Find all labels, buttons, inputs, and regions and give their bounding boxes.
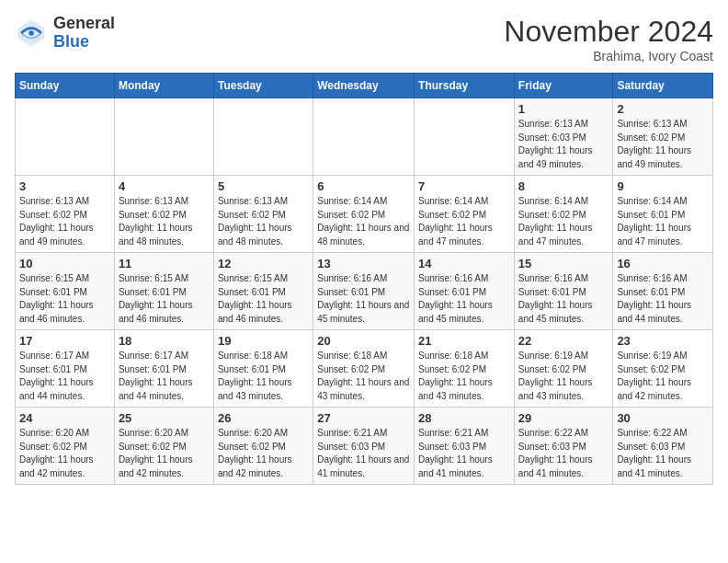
logo-text: General Blue bbox=[53, 15, 115, 52]
day-number: 25 bbox=[119, 411, 210, 425]
day-info: Sunrise: 6:20 AM Sunset: 6:02 PM Dayligh… bbox=[119, 427, 210, 480]
day-number: 20 bbox=[317, 334, 410, 348]
calendar-cell: 2Sunrise: 6:13 AM Sunset: 6:02 PM Daylig… bbox=[613, 98, 713, 176]
day-number: 14 bbox=[418, 257, 510, 270]
calendar-table: SundayMondayTuesdayWednesdayThursdayFrid… bbox=[15, 73, 713, 485]
week-row: 17Sunrise: 6:17 AM Sunset: 6:01 PM Dayli… bbox=[16, 330, 713, 408]
header-cell-monday: Monday bbox=[114, 74, 213, 98]
day-info: Sunrise: 6:13 AM Sunset: 6:02 PM Dayligh… bbox=[617, 118, 709, 171]
header-cell-saturday: Saturday bbox=[613, 74, 713, 98]
day-number: 2 bbox=[617, 102, 709, 116]
calendar-cell: 19Sunrise: 6:18 AM Sunset: 6:01 PM Dayli… bbox=[213, 330, 313, 408]
day-number: 6 bbox=[317, 179, 410, 193]
calendar-cell bbox=[415, 98, 515, 176]
day-info: Sunrise: 6:15 AM Sunset: 6:01 PM Dayligh… bbox=[19, 272, 110, 326]
calendar-cell: 3Sunrise: 6:13 AM Sunset: 6:02 PM Daylig… bbox=[16, 176, 115, 253]
calendar-cell: 24Sunrise: 6:20 AM Sunset: 6:02 PM Dayli… bbox=[16, 408, 115, 485]
day-number: 19 bbox=[218, 334, 309, 348]
calendar-cell: 28Sunrise: 6:21 AM Sunset: 6:03 PM Dayli… bbox=[415, 408, 515, 485]
day-info: Sunrise: 6:21 AM Sunset: 6:03 PM Dayligh… bbox=[317, 427, 410, 480]
day-info: Sunrise: 6:17 AM Sunset: 6:01 PM Dayligh… bbox=[19, 350, 110, 403]
logo-icon bbox=[15, 17, 48, 50]
day-number: 18 bbox=[119, 334, 210, 348]
day-number: 21 bbox=[418, 334, 510, 348]
location-subtitle: Brahima, Ivory Coast bbox=[504, 49, 713, 63]
svg-point-1 bbox=[28, 30, 33, 35]
calendar-cell: 30Sunrise: 6:22 AM Sunset: 6:03 PM Dayli… bbox=[613, 408, 713, 485]
logo: General Blue bbox=[15, 15, 115, 52]
day-info: Sunrise: 6:14 AM Sunset: 6:01 PM Dayligh… bbox=[617, 195, 709, 248]
header-cell-wednesday: Wednesday bbox=[313, 74, 415, 98]
day-info: Sunrise: 6:20 AM Sunset: 6:02 PM Dayligh… bbox=[218, 427, 309, 480]
day-number: 9 bbox=[617, 179, 709, 193]
day-info: Sunrise: 6:22 AM Sunset: 6:03 PM Dayligh… bbox=[518, 427, 609, 480]
calendar-cell: 6Sunrise: 6:14 AM Sunset: 6:02 PM Daylig… bbox=[313, 176, 415, 253]
day-number: 3 bbox=[19, 179, 110, 193]
calendar-cell bbox=[313, 98, 415, 176]
calendar-cell: 12Sunrise: 6:15 AM Sunset: 6:01 PM Dayli… bbox=[213, 253, 313, 330]
day-number: 8 bbox=[518, 179, 609, 193]
day-info: Sunrise: 6:17 AM Sunset: 6:01 PM Dayligh… bbox=[119, 350, 210, 403]
month-title: November 2024 bbox=[504, 15, 713, 49]
calendar-cell: 11Sunrise: 6:15 AM Sunset: 6:01 PM Dayli… bbox=[114, 253, 213, 330]
day-number: 28 bbox=[418, 411, 510, 425]
calendar-cell: 7Sunrise: 6:14 AM Sunset: 6:02 PM Daylig… bbox=[415, 176, 515, 253]
calendar-cell: 23Sunrise: 6:19 AM Sunset: 6:02 PM Dayli… bbox=[613, 330, 713, 408]
day-info: Sunrise: 6:14 AM Sunset: 6:02 PM Dayligh… bbox=[518, 195, 609, 248]
day-number: 10 bbox=[19, 257, 110, 270]
calendar-cell: 16Sunrise: 6:16 AM Sunset: 6:01 PM Dayli… bbox=[613, 253, 713, 330]
week-row: 10Sunrise: 6:15 AM Sunset: 6:01 PM Dayli… bbox=[16, 253, 713, 330]
calendar-cell: 4Sunrise: 6:13 AM Sunset: 6:02 PM Daylig… bbox=[114, 176, 213, 253]
title-block: November 2024 Brahima, Ivory Coast bbox=[504, 15, 713, 63]
day-number: 13 bbox=[317, 257, 410, 270]
day-info: Sunrise: 6:20 AM Sunset: 6:02 PM Dayligh… bbox=[19, 427, 110, 480]
day-info: Sunrise: 6:13 AM Sunset: 6:02 PM Dayligh… bbox=[19, 195, 110, 248]
calendar-cell: 25Sunrise: 6:20 AM Sunset: 6:02 PM Dayli… bbox=[114, 408, 213, 485]
day-number: 7 bbox=[418, 179, 510, 193]
day-number: 5 bbox=[218, 179, 309, 193]
calendar-cell: 14Sunrise: 6:16 AM Sunset: 6:01 PM Dayli… bbox=[415, 253, 515, 330]
header-cell-thursday: Thursday bbox=[415, 74, 515, 98]
calendar-cell: 13Sunrise: 6:16 AM Sunset: 6:01 PM Dayli… bbox=[313, 253, 415, 330]
day-number: 11 bbox=[119, 257, 210, 270]
day-number: 17 bbox=[19, 334, 110, 348]
page-header: General Blue November 2024 Brahima, Ivor… bbox=[15, 15, 713, 63]
calendar-cell: 21Sunrise: 6:18 AM Sunset: 6:02 PM Dayli… bbox=[415, 330, 515, 408]
day-info: Sunrise: 6:18 AM Sunset: 6:01 PM Dayligh… bbox=[218, 350, 309, 403]
day-info: Sunrise: 6:22 AM Sunset: 6:03 PM Dayligh… bbox=[617, 427, 709, 480]
day-info: Sunrise: 6:14 AM Sunset: 6:02 PM Dayligh… bbox=[317, 195, 410, 248]
week-row: 24Sunrise: 6:20 AM Sunset: 6:02 PM Dayli… bbox=[16, 408, 713, 485]
calendar-cell: 10Sunrise: 6:15 AM Sunset: 6:01 PM Dayli… bbox=[16, 253, 115, 330]
calendar-cell: 18Sunrise: 6:17 AM Sunset: 6:01 PM Dayli… bbox=[114, 330, 213, 408]
header-cell-sunday: Sunday bbox=[16, 74, 115, 98]
day-info: Sunrise: 6:16 AM Sunset: 6:01 PM Dayligh… bbox=[617, 272, 709, 326]
calendar-cell: 22Sunrise: 6:19 AM Sunset: 6:02 PM Dayli… bbox=[514, 330, 613, 408]
day-info: Sunrise: 6:15 AM Sunset: 6:01 PM Dayligh… bbox=[218, 272, 309, 326]
day-info: Sunrise: 6:19 AM Sunset: 6:02 PM Dayligh… bbox=[518, 350, 609, 403]
calendar-cell: 17Sunrise: 6:17 AM Sunset: 6:01 PM Dayli… bbox=[16, 330, 115, 408]
day-info: Sunrise: 6:19 AM Sunset: 6:02 PM Dayligh… bbox=[617, 350, 709, 403]
day-number: 26 bbox=[218, 411, 309, 425]
day-info: Sunrise: 6:18 AM Sunset: 6:02 PM Dayligh… bbox=[317, 350, 410, 403]
day-number: 29 bbox=[518, 411, 609, 425]
week-row: 3Sunrise: 6:13 AM Sunset: 6:02 PM Daylig… bbox=[16, 176, 713, 253]
day-number: 30 bbox=[617, 411, 709, 425]
day-info: Sunrise: 6:15 AM Sunset: 6:01 PM Dayligh… bbox=[119, 272, 210, 326]
day-info: Sunrise: 6:16 AM Sunset: 6:01 PM Dayligh… bbox=[317, 272, 410, 326]
week-row: 1Sunrise: 6:13 AM Sunset: 6:03 PM Daylig… bbox=[16, 98, 713, 176]
calendar-cell: 1Sunrise: 6:13 AM Sunset: 6:03 PM Daylig… bbox=[514, 98, 613, 176]
day-info: Sunrise: 6:21 AM Sunset: 6:03 PM Dayligh… bbox=[418, 427, 510, 480]
day-number: 24 bbox=[19, 411, 110, 425]
calendar-cell bbox=[114, 98, 213, 176]
calendar-cell bbox=[213, 98, 313, 176]
calendar-cell: 26Sunrise: 6:20 AM Sunset: 6:02 PM Dayli… bbox=[213, 408, 313, 485]
calendar-cell: 29Sunrise: 6:22 AM Sunset: 6:03 PM Dayli… bbox=[514, 408, 613, 485]
day-number: 16 bbox=[617, 257, 709, 270]
calendar-cell bbox=[16, 98, 115, 176]
day-number: 23 bbox=[617, 334, 709, 348]
calendar-cell: 15Sunrise: 6:16 AM Sunset: 6:01 PM Dayli… bbox=[514, 253, 613, 330]
day-info: Sunrise: 6:13 AM Sunset: 6:03 PM Dayligh… bbox=[518, 118, 609, 171]
day-info: Sunrise: 6:18 AM Sunset: 6:02 PM Dayligh… bbox=[418, 350, 510, 403]
day-info: Sunrise: 6:14 AM Sunset: 6:02 PM Dayligh… bbox=[418, 195, 510, 248]
day-info: Sunrise: 6:16 AM Sunset: 6:01 PM Dayligh… bbox=[518, 272, 609, 326]
